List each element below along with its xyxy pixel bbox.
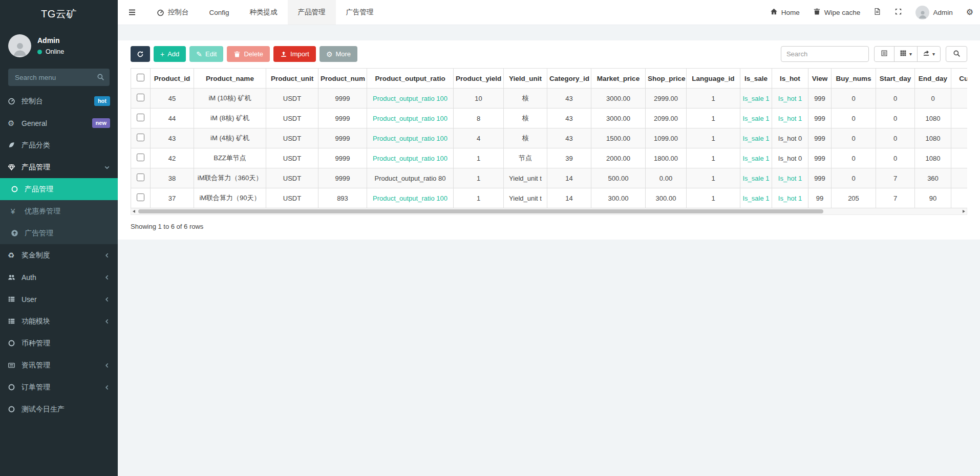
tab-种类提成[interactable]: 种类提成 (240, 0, 288, 25)
sidebar-item[interactable]: ⚙Generalnew (0, 112, 118, 134)
column-header[interactable]: Start_day (876, 69, 915, 89)
search-button[interactable] (946, 46, 967, 62)
column-header[interactable]: Is_hot (772, 69, 808, 89)
row-checkbox[interactable] (137, 174, 144, 181)
tab-产品管理[interactable]: 产品管理 (288, 0, 336, 25)
row-checkbox[interactable] (137, 114, 144, 121)
table-cell[interactable]: Product_output_ratio 100 (367, 128, 454, 148)
select-all-header[interactable] (131, 69, 151, 89)
export-button[interactable]: ▾ (917, 46, 941, 62)
home-button[interactable]: Home (763, 0, 806, 25)
scrollbar-thumb[interactable] (138, 209, 823, 213)
table-search-input[interactable] (781, 46, 869, 62)
scroll-left-arrow-icon[interactable] (133, 210, 135, 213)
column-header[interactable]: Yield_unit (504, 69, 547, 89)
column-header[interactable]: Product_name (194, 69, 266, 89)
table-cell[interactable]: Is_hot 1 (772, 89, 808, 109)
table-cell[interactable]: Is_sale 1 (740, 168, 772, 188)
column-header[interactable]: End_day (915, 69, 951, 89)
column-header[interactable]: Category_id (547, 69, 591, 89)
column-header[interactable]: Product_unit (266, 69, 318, 89)
column-header[interactable]: Product_yield (454, 69, 504, 89)
table-cell[interactable]: Is_sale 1 (740, 128, 772, 148)
language-button[interactable] (867, 0, 888, 25)
sidebar-item[interactable]: 资讯管理 (0, 354, 118, 376)
row-checkbox[interactable] (137, 134, 144, 141)
product-table: Product_idProduct_nameProduct_unitProduc… (131, 68, 967, 208)
column-header[interactable]: Language_id (687, 69, 740, 89)
table-cell (951, 188, 968, 208)
table-cell[interactable]: Is_hot 1 (772, 109, 808, 128)
sidebar-item[interactable]: 产品分类 (0, 134, 118, 156)
table-cell[interactable]: Product_output_ratio 100 (367, 89, 454, 109)
table-cell[interactable]: Is_sale 1 (740, 109, 772, 128)
column-header[interactable]: View (808, 69, 832, 89)
fullscreen-button[interactable] (888, 0, 909, 25)
pencil-icon: ✎ (196, 51, 202, 58)
column-header[interactable]: Market_price (591, 69, 646, 89)
sidebar-item[interactable]: 产品管理 (0, 156, 118, 178)
sidebar-item[interactable]: 测试今日生产 (0, 398, 118, 420)
profile-button[interactable]: Admin (909, 0, 959, 25)
wipe-cache-button[interactable]: Wipe cache (806, 0, 867, 25)
table-cell[interactable]: Is_sale 1 (740, 148, 772, 168)
select-all-checkbox[interactable] (137, 74, 144, 81)
sidebar-item[interactable]: ♻奖金制度 (0, 244, 118, 266)
sidebar-item-sub[interactable]: ¥优惠券管理 (0, 200, 118, 222)
row-checkbox[interactable] (137, 94, 144, 101)
column-header[interactable]: Product_num (318, 69, 367, 89)
tab-广告管理[interactable]: 广告管理 (336, 0, 384, 25)
table-row: 43iM (4核) 矿机USDT9999Product_output_ratio… (131, 128, 968, 148)
more-button[interactable]: ⚙More (319, 46, 357, 62)
row-checkbox[interactable] (137, 154, 144, 161)
settings-button[interactable]: ⚙ (960, 0, 980, 25)
table-cell: 300.00 (591, 188, 646, 208)
sidebar-item[interactable]: 订单管理 (0, 376, 118, 398)
column-header[interactable]: Product_id (151, 69, 194, 89)
refresh-button[interactable] (131, 46, 150, 62)
column-header[interactable]: Product_output_ratio (367, 69, 454, 89)
tab-label: 控制台 (168, 8, 189, 17)
sidebar-item[interactable]: 币种管理 (0, 332, 118, 354)
scroll-right-arrow-icon[interactable] (963, 210, 965, 213)
delete-button[interactable]: Delete (227, 46, 270, 62)
brand-title[interactable]: TG云矿 (0, 0, 118, 28)
sidebar-item[interactable]: User (0, 288, 118, 310)
avatar (915, 6, 929, 19)
table-cell: 2000.00 (591, 148, 646, 168)
table-cell[interactable]: Is_hot 1 (772, 168, 808, 188)
columns-button[interactable]: ▾ (894, 46, 918, 62)
table-cell[interactable]: Is_sale 1 (740, 89, 772, 109)
import-button[interactable]: Import (273, 46, 316, 62)
row-checkbox[interactable] (137, 193, 144, 201)
badge-hot: hot (94, 96, 110, 105)
table-cell[interactable]: Product_output_ratio 100 (367, 148, 454, 168)
table-cell[interactable]: Is_hot 1 (772, 188, 808, 208)
table-cell: 1 (454, 148, 504, 168)
sidebar-item[interactable]: 功能模块 (0, 310, 118, 332)
detail-view-button[interactable] (874, 46, 894, 62)
search-icon[interactable] (97, 73, 104, 82)
edit-button[interactable]: ✎Edit (189, 46, 223, 62)
table-cell[interactable]: Product_output_ratio 100 (367, 188, 454, 208)
table-cell[interactable]: Product_output_ratio 100 (367, 109, 454, 128)
sidebar-search-input[interactable] (8, 69, 110, 86)
online-dot (37, 50, 42, 54)
column-header[interactable]: Buy_nums (832, 69, 876, 89)
column-header[interactable]: Is_sale (740, 69, 772, 89)
table-cell[interactable]: Is_sale 1 (740, 188, 772, 208)
table-cell: 9999 (318, 128, 367, 148)
sidebar-item-sub[interactable]: 广告管理 (0, 222, 118, 244)
column-header[interactable]: Shop_price (646, 69, 687, 89)
add-button[interactable]: +Add (154, 46, 186, 62)
horizontal-scrollbar[interactable] (131, 208, 967, 215)
table-cell: 0.00 (646, 168, 687, 188)
column-header[interactable]: Curr (951, 69, 968, 89)
table-cell: 45 (151, 89, 194, 109)
sidebar-item[interactable]: Auth (0, 266, 118, 288)
menu-toggle-icon[interactable] (118, 0, 146, 25)
sidebar-item-sub[interactable]: 产品管理 (0, 178, 118, 200)
sidebar-item[interactable]: 控制台hot (0, 90, 118, 112)
tab-控制台[interactable]: 控制台 (146, 0, 199, 25)
tab-Config[interactable]: Config (199, 0, 240, 25)
